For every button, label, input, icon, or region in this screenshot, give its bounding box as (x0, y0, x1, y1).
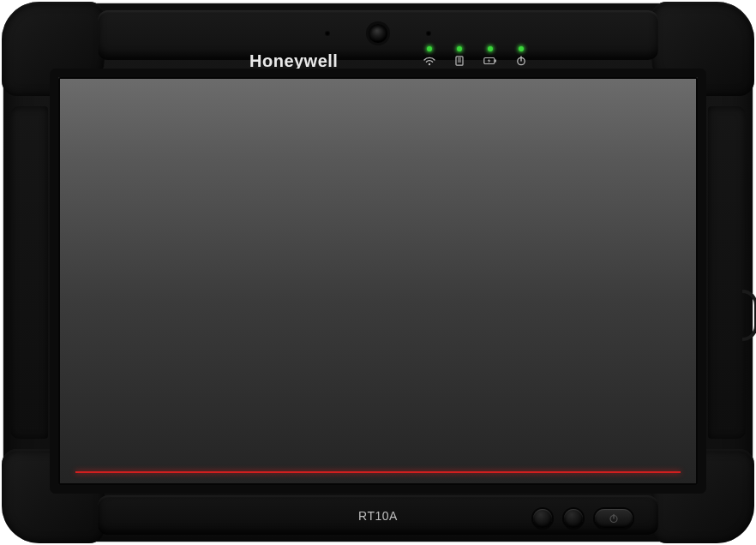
brand-logo: Honeywell (249, 51, 338, 71)
power-button-icon (609, 513, 619, 524)
wifi-icon (423, 55, 435, 67)
battery-led (488, 46, 493, 51)
status-battery (483, 46, 497, 67)
sensor-dot-right (426, 31, 431, 36)
status-storage (454, 46, 465, 67)
sensor-dot-left (325, 31, 330, 36)
front-camera (369, 24, 387, 43)
storage-led (457, 46, 462, 51)
svg-rect-6 (495, 60, 496, 63)
svg-point-0 (429, 63, 430, 64)
svg-rect-1 (456, 57, 463, 65)
power-button[interactable] (595, 509, 633, 528)
status-power (516, 46, 526, 67)
battery-charging-icon (483, 55, 497, 67)
power-led (519, 46, 524, 51)
hardware-button-cluster (533, 509, 633, 528)
right-edge (708, 106, 746, 439)
storage-icon (454, 55, 465, 67)
rugged-tablet-device: Honeywell (3, 3, 753, 542)
stylus-loop (742, 290, 756, 341)
volume-down-button[interactable] (533, 509, 552, 528)
status-led-row (423, 46, 526, 67)
left-edge (10, 106, 48, 439)
wifi-led (427, 46, 432, 51)
status-wifi (423, 46, 435, 67)
volume-up-button[interactable] (564, 509, 583, 528)
touchscreen-display[interactable] (58, 77, 698, 485)
model-label: RT10A (358, 509, 398, 523)
power-icon (516, 55, 526, 67)
